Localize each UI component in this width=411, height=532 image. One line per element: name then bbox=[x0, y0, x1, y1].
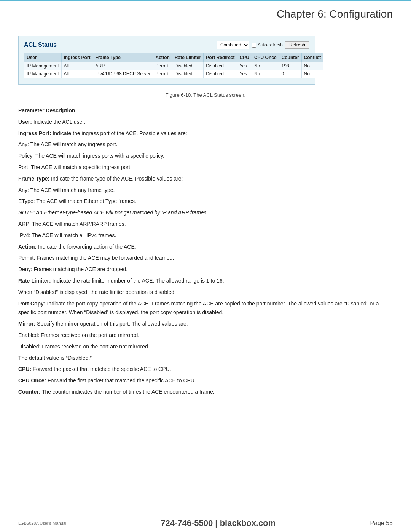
param-item: Any: The ACE will match any ingress port… bbox=[18, 140, 393, 149]
param-label: Counter: bbox=[18, 389, 40, 395]
cell-0-9: No bbox=[301, 62, 323, 70]
col-user: User bbox=[24, 53, 62, 62]
param-text: Indicate the rate limiter number of the … bbox=[51, 278, 224, 284]
cell-0-5: Disabled bbox=[204, 62, 237, 70]
main-content: ACL Status Combined Auto-refresh Refresh… bbox=[0, 24, 411, 430]
col-counter: Counter bbox=[279, 53, 301, 62]
footer-right: Page 55 bbox=[370, 520, 393, 527]
param-text: Indicate the frame type of the ACE. Poss… bbox=[49, 176, 183, 182]
col-frame-type: Frame Type bbox=[93, 53, 153, 62]
param-label: Rate Limiter: bbox=[18, 278, 51, 284]
cell-0-8: 198 bbox=[279, 62, 301, 70]
cell-1-4: Disabled bbox=[172, 70, 203, 78]
cell-1-3: Permit bbox=[153, 70, 172, 78]
cell-0-0: IP Management bbox=[24, 62, 62, 70]
col-cpu: CPU bbox=[237, 53, 252, 62]
col-ingress-port: Ingress Port bbox=[61, 53, 93, 62]
param-item: NOTE: An Ethernet-type-based ACE will no… bbox=[18, 208, 393, 217]
param-item: Action: Indicate the forwarding action o… bbox=[18, 243, 393, 252]
param-text: Indicate the ingress port of the ACE. Po… bbox=[51, 130, 187, 136]
param-item: IPv4: The ACE will match all IPv4 frames… bbox=[18, 231, 393, 240]
param-item: Mirror: Specify the mirror operation of … bbox=[18, 320, 393, 329]
cell-1-2: IPv4/UDP 68 DHCP Server bbox=[93, 70, 153, 78]
cell-0-4: Disabled bbox=[172, 62, 203, 70]
cell-1-7: No bbox=[252, 70, 279, 78]
cell-0-7: No bbox=[252, 62, 279, 70]
acl-table-body: IP ManagementAllARPPermitDisabledDisable… bbox=[24, 62, 323, 78]
refresh-button[interactable]: Refresh bbox=[285, 41, 309, 49]
param-text: Indicate the forwarding action of the AC… bbox=[37, 244, 136, 250]
param-text: The counter indicates the number of time… bbox=[40, 389, 214, 395]
param-text: NOTE: An Ethernet-type-based ACE will no… bbox=[18, 209, 208, 216]
param-item: Port Copy: Indicate the port copy operat… bbox=[18, 299, 393, 318]
cell-1-5: Disabled bbox=[204, 70, 237, 78]
param-label: CPU Once: bbox=[18, 377, 46, 383]
acl-status-widget: ACL Status Combined Auto-refresh Refresh… bbox=[18, 36, 315, 85]
param-item: The default value is “Disabled.” bbox=[18, 354, 393, 363]
param-text: Indicate the ACL user. bbox=[32, 119, 85, 125]
col-conflict: Conflict bbox=[301, 53, 323, 62]
page-footer: LGB5028A User's Manual 724-746-5500 | bl… bbox=[0, 514, 411, 532]
param-item: ARP: The ACE will match ARP/RARP frames. bbox=[18, 220, 393, 229]
param-label: Ingress Port: bbox=[18, 130, 51, 136]
param-text: Enabled: Frames received on the port are… bbox=[18, 332, 139, 338]
param-item: Disabled: Frames received on the port ar… bbox=[18, 342, 393, 351]
auto-refresh-checkbox[interactable] bbox=[252, 43, 256, 48]
acl-table: User Ingress Port Frame Type Action Rate… bbox=[24, 53, 323, 78]
col-action: Action bbox=[153, 53, 172, 62]
param-item: Permit: Frames matching the ACE may be f… bbox=[18, 254, 393, 263]
page-header: Chapter 6: Configuration bbox=[0, 1, 411, 24]
param-item: Port: The ACE will match a specific ingr… bbox=[18, 163, 393, 172]
combined-dropdown[interactable]: Combined bbox=[217, 41, 249, 49]
param-item: Enabled: Frames received on the port are… bbox=[18, 331, 393, 340]
param-text: Specify the mirror operation of this por… bbox=[35, 321, 188, 327]
figure-caption: Figure 6-10. The ACL Status screen. bbox=[18, 92, 393, 98]
param-text: Forward the packet that matched the spec… bbox=[31, 366, 171, 372]
acl-widget-header: ACL Status Combined Auto-refresh Refresh bbox=[24, 41, 309, 49]
chapter-title: Chapter 6: Configuration bbox=[277, 8, 393, 20]
cell-1-1: All bbox=[61, 70, 93, 78]
cell-1-0: IP Management bbox=[24, 70, 62, 78]
param-text: Any: The ACE will match any ingress port… bbox=[18, 141, 117, 147]
param-item: Rate Limiter: Indicate the rate limiter … bbox=[18, 276, 393, 286]
col-rate-limiter: Rate Limiter bbox=[172, 53, 203, 62]
param-label: User: bbox=[18, 119, 32, 125]
param-text: Indicate the port copy operation of the … bbox=[18, 300, 379, 316]
param-item: Any: The ACE will match any frame type. bbox=[18, 186, 393, 195]
param-section: Parameter Description User: Indicate the… bbox=[18, 106, 393, 397]
param-text: Port: The ACE will match a specific ingr… bbox=[18, 164, 132, 170]
param-text: When “Disabled” is displayed, the rate l… bbox=[18, 289, 176, 295]
col-port-redirect: Port Redirect bbox=[204, 53, 237, 62]
cell-0-2: ARP bbox=[93, 62, 153, 70]
table-row: IP ManagementAllIPv4/UDP 68 DHCP ServerP… bbox=[24, 70, 323, 78]
param-label: CPU: bbox=[18, 366, 31, 372]
cell-0-6: Yes bbox=[237, 62, 252, 70]
param-label: Action: bbox=[18, 244, 37, 250]
footer-left: LGB5028A User's Manual bbox=[18, 521, 66, 526]
param-text: Policy: The ACE will match ingress ports… bbox=[18, 153, 164, 159]
param-text: Permit: Frames matching the ACE may be f… bbox=[18, 255, 174, 261]
param-item: Policy: The ACE will match ingress ports… bbox=[18, 152, 393, 161]
param-text: The default value is “Disabled.” bbox=[18, 355, 92, 361]
param-item: Counter: The counter indicates the numbe… bbox=[18, 388, 393, 397]
param-text: EType: The ACE will match Ethernet Type … bbox=[18, 198, 136, 204]
param-item: EType: The ACE will match Ethernet Type … bbox=[18, 197, 393, 206]
param-item: Frame Type: Indicate the frame type of t… bbox=[18, 174, 393, 184]
table-header-row: User Ingress Port Frame Type Action Rate… bbox=[24, 53, 323, 62]
cell-0-1: All bbox=[61, 62, 93, 70]
param-text: IPv4: The ACE will match all IPv4 frames… bbox=[18, 232, 116, 238]
param-text: Deny: Frames matching the ACE are droppe… bbox=[18, 266, 127, 272]
cell-1-6: Yes bbox=[237, 70, 252, 78]
param-item: Ingress Port: Indicate the ingress port … bbox=[18, 129, 393, 138]
param-list: User: Indicate the ACL user.Ingress Port… bbox=[18, 118, 393, 397]
param-label: Frame Type: bbox=[18, 176, 49, 182]
cell-0-3: Permit bbox=[153, 62, 172, 70]
param-label: Mirror: bbox=[18, 321, 35, 327]
auto-refresh-label: Auto-refresh bbox=[252, 42, 283, 48]
param-text: ARP: The ACE will match ARP/RARP frames. bbox=[18, 221, 126, 227]
acl-widget-title: ACL Status bbox=[24, 42, 57, 48]
cell-1-8: 0 bbox=[279, 70, 301, 78]
cell-1-9: No bbox=[301, 70, 323, 78]
param-item: User: Indicate the ACL user. bbox=[18, 118, 393, 127]
param-item: When “Disabled” is displayed, the rate l… bbox=[18, 288, 393, 297]
